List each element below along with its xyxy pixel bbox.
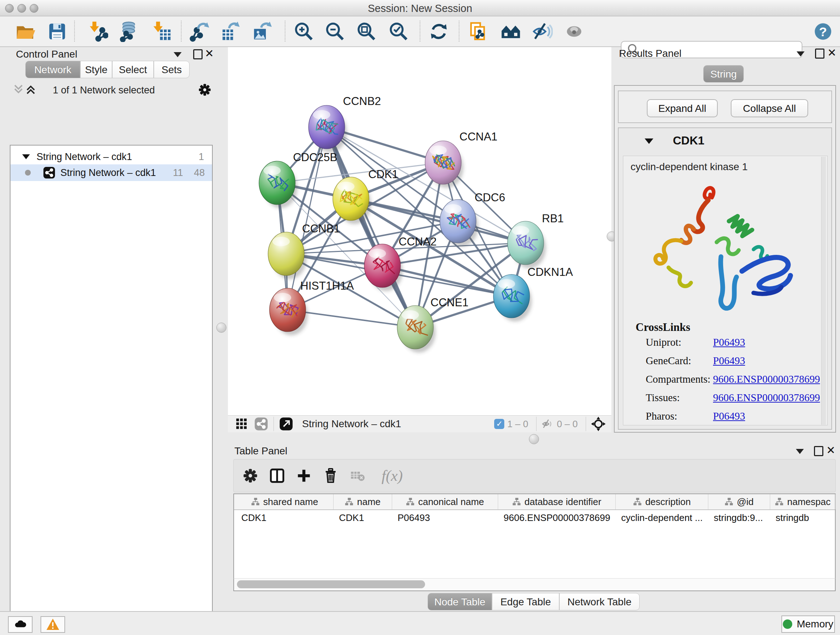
status-bar: Memory xyxy=(0,611,840,635)
tab-node-table[interactable]: Node Table xyxy=(428,593,492,610)
collapse-all-button[interactable]: Collapse All xyxy=(731,99,808,117)
control-panel-collapse-button[interactable] xyxy=(174,52,182,57)
import-network-from-database-button[interactable] xyxy=(117,20,140,43)
table-panel-collapse-button[interactable] xyxy=(796,449,804,454)
export-image-button[interactable] xyxy=(250,20,273,43)
results-panel-collapse-button[interactable] xyxy=(797,51,805,57)
node-table-header: shared namenamecanonical namedatabase id… xyxy=(234,494,835,510)
delete-column-button[interactable] xyxy=(321,466,341,486)
protein-structure-image xyxy=(634,178,804,323)
table-cell[interactable]: cyclin-dependent ... xyxy=(621,512,705,524)
scrollbar-thumb[interactable] xyxy=(237,580,425,588)
network-node-CCNB1[interactable] xyxy=(268,232,306,279)
cloud-status-button[interactable] xyxy=(8,616,33,633)
show-all-button[interactable] xyxy=(562,20,586,43)
network-options-gear-button[interactable] xyxy=(197,82,212,98)
crosslink-label: Uniprot: xyxy=(646,336,681,348)
first-neighbors-button[interactable] xyxy=(499,20,523,43)
network-node-CDC6[interactable] xyxy=(440,200,478,247)
tab-edge-table[interactable]: Edge Table xyxy=(492,593,559,610)
network-node-CDK1[interactable] xyxy=(333,177,371,224)
control-panel-float-button[interactable] xyxy=(193,49,202,59)
tab-sets[interactable]: Sets xyxy=(154,61,189,78)
results-scrollbar[interactable] xyxy=(821,157,826,424)
genecard-link[interactable]: P06493 xyxy=(713,355,745,367)
zoom-selected-button[interactable] xyxy=(387,20,410,43)
table-cell[interactable]: CDK1 xyxy=(339,512,388,524)
left-splitter-handle[interactable] xyxy=(216,323,226,333)
column-header-6[interactable]: @id xyxy=(708,494,770,509)
cdk1-section: CDK1 cyclin-dependent kinase 1 xyxy=(618,127,832,430)
create-column-button[interactable] xyxy=(294,466,314,486)
network-node-CDC25B[interactable] xyxy=(259,161,297,208)
birds-eye-view-button[interactable] xyxy=(591,417,606,431)
network-node-CDKN1A[interactable] xyxy=(493,274,532,321)
column-header-1[interactable]: shared name xyxy=(236,494,333,509)
pharos-link[interactable]: P06493 xyxy=(713,410,745,422)
svg-text:?: ? xyxy=(819,25,827,39)
network-node-HIST1H1A[interactable] xyxy=(270,288,308,335)
tab-style[interactable]: Style xyxy=(80,61,112,78)
selected-checkbox-icon[interactable]: ✓ xyxy=(494,419,504,429)
detach-view-button[interactable] xyxy=(279,417,294,431)
column-header-3[interactable]: canonical name xyxy=(392,494,498,509)
clone-network-button[interactable] xyxy=(467,20,490,43)
table-cell[interactable]: stringdb:9... xyxy=(714,512,767,524)
column-header-7[interactable]: namespac xyxy=(770,494,836,509)
help-button[interactable]: ? xyxy=(812,20,835,43)
results-panel-float-button[interactable] xyxy=(815,49,824,59)
section-collapse-icon[interactable] xyxy=(645,138,653,146)
network-node-CCNA1[interactable] xyxy=(425,141,463,188)
results-panel-close-button[interactable]: ✕ xyxy=(827,49,836,57)
import-network-from-file-button[interactable] xyxy=(86,20,109,43)
control-panel-close-button[interactable]: ✕ xyxy=(205,49,214,58)
expand-all-button[interactable]: Expand All xyxy=(647,99,718,117)
grid-view-button[interactable] xyxy=(234,417,249,431)
fit-content-button[interactable] xyxy=(355,20,378,43)
zoom-out-button[interactable] xyxy=(324,20,347,43)
column-header-2[interactable]: name xyxy=(333,494,392,509)
tree-expander-icon[interactable] xyxy=(22,154,30,160)
tissues-link[interactable]: 9606.ENSP00000378699 xyxy=(713,392,820,404)
zoom-selected-icon xyxy=(388,21,409,42)
table-horizontal-scrollbar[interactable] xyxy=(233,578,836,591)
memory-button[interactable]: Memory xyxy=(782,616,835,633)
network-view-canvas[interactable]: CCNB2CCNA1CDC25BCDK1CDC6RB1CCNB1CCNA2CDK… xyxy=(228,47,611,415)
export-table-button[interactable] xyxy=(219,20,242,43)
network-row-selected[interactable]: String Network – cdk1 11 48 xyxy=(11,165,212,181)
table-cell[interactable]: 9606.ENSP00000378699 xyxy=(504,512,612,524)
table-options-gear-button[interactable] xyxy=(240,466,261,486)
import-table-from-file-button[interactable] xyxy=(150,20,173,43)
network-collection-row[interactable]: String Network – cdk1 1 xyxy=(11,149,212,165)
column-header-4[interactable]: database identifier xyxy=(498,494,616,509)
export-network-button[interactable] xyxy=(188,20,211,43)
bottom-splitter-handle[interactable] xyxy=(529,434,539,444)
warnings-button[interactable] xyxy=(41,616,65,633)
network-node-CCNA2[interactable] xyxy=(364,244,403,291)
hide-selected-button[interactable] xyxy=(531,20,554,43)
table-cell[interactable]: CDK1 xyxy=(241,512,330,524)
node-label-CCNB1: CCNB1 xyxy=(302,222,340,235)
refresh-button[interactable] xyxy=(427,20,450,43)
show-columns-button[interactable] xyxy=(267,466,287,486)
table-cell[interactable]: P06493 xyxy=(398,512,494,524)
column-header-5[interactable]: description xyxy=(616,494,708,509)
tab-network-table[interactable]: Network Table xyxy=(559,593,639,610)
uniprot-link[interactable]: P06493 xyxy=(713,336,745,348)
network-view-title: String Network – cdk1 xyxy=(302,418,401,430)
save-session-button[interactable] xyxy=(46,20,69,43)
compartments-link[interactable]: 9606.ENSP00000378699 xyxy=(713,373,820,385)
node-label-RB1: RB1 xyxy=(542,212,564,225)
tab-select[interactable]: Select xyxy=(112,61,154,78)
open-session-button[interactable] xyxy=(14,20,37,43)
table-panel-close-button[interactable]: ✕ xyxy=(826,446,835,455)
table-cell[interactable]: stringdb xyxy=(775,512,832,524)
network-node-CCNB2[interactable] xyxy=(309,105,347,152)
table-panel-float-button[interactable] xyxy=(814,446,823,456)
tab-string[interactable]: String xyxy=(703,65,744,82)
network-share-view-button[interactable] xyxy=(254,417,268,431)
network-node-RB1[interactable] xyxy=(508,221,546,268)
zoom-in-button[interactable] xyxy=(292,20,316,43)
network-node-CCNE1[interactable] xyxy=(397,306,436,353)
tab-network[interactable]: Network xyxy=(25,61,80,78)
